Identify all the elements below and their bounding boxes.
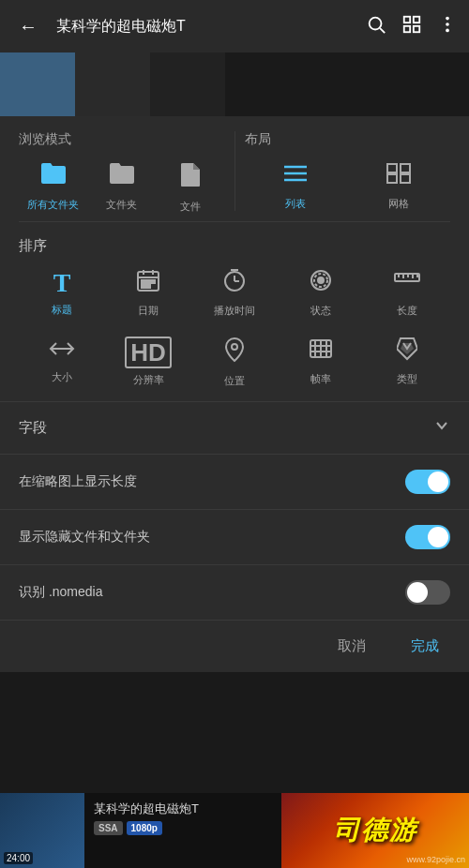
badge-ssa: SSA bbox=[94, 821, 123, 835]
browse-layout-section: 浏览模式 所有文件夹 文件夹 bbox=[19, 116, 450, 222]
more-icon[interactable] bbox=[437, 14, 458, 39]
browse-folder[interactable]: 文件夹 bbox=[94, 161, 150, 214]
svg-point-7 bbox=[446, 22, 449, 26]
sort-resolution[interactable]: HD 分辨率 bbox=[105, 331, 191, 394]
sort-title[interactable]: T 标题 bbox=[19, 262, 105, 323]
browse-folder-label: 文件夹 bbox=[106, 198, 137, 212]
layout-grid-label: 网格 bbox=[388, 197, 409, 211]
search-icon[interactable] bbox=[366, 14, 386, 39]
sort-section: 排序 T 标题 bbox=[0, 222, 469, 402]
fields-section[interactable]: 字段 bbox=[0, 402, 469, 455]
browse-file[interactable]: 文件 bbox=[162, 161, 219, 214]
sort-type[interactable]: 类型 bbox=[364, 331, 450, 394]
thumbnail-strip bbox=[0, 52, 469, 116]
fields-label: 字段 bbox=[19, 419, 47, 437]
sort-length[interactable]: 长度 bbox=[364, 262, 450, 323]
sort-type-label: 类型 bbox=[397, 372, 417, 386]
svg-point-30 bbox=[317, 277, 325, 284]
sort-date[interactable]: 日期 bbox=[105, 262, 191, 323]
top-bar-actions bbox=[366, 14, 458, 39]
cancel-button[interactable]: 取消 bbox=[326, 632, 377, 661]
sort-framerate[interactable]: 帧率 bbox=[278, 331, 364, 394]
sort-size-label: 大小 bbox=[52, 370, 72, 384]
sort-location-icon bbox=[224, 337, 245, 369]
sort-size-icon bbox=[49, 337, 75, 366]
sort-resolution-icon: HD bbox=[125, 337, 172, 368]
toggle-show-duration[interactable] bbox=[405, 470, 450, 494]
sort-type-icon bbox=[397, 337, 417, 367]
svg-rect-24 bbox=[146, 285, 150, 288]
sort-label: 排序 bbox=[19, 237, 450, 255]
thumb-item[interactable] bbox=[375, 52, 450, 116]
svg-rect-12 bbox=[387, 164, 397, 172]
sort-duration-label: 播放时间 bbox=[214, 304, 255, 318]
video-duration: 24:00 bbox=[4, 852, 33, 864]
svg-point-8 bbox=[446, 28, 449, 32]
toggle-show-hidden-label: 显示隐藏文件和文件夹 bbox=[19, 529, 150, 546]
sort-length-icon bbox=[394, 268, 420, 299]
svg-line-1 bbox=[380, 28, 385, 33]
browse-all-folders[interactable]: 所有文件夹 bbox=[25, 161, 82, 214]
folder-icon bbox=[108, 161, 136, 192]
toggle-knob bbox=[428, 527, 448, 547]
toggle-show-duration-label: 在缩略图上显示长度 bbox=[19, 473, 137, 490]
svg-point-39 bbox=[232, 344, 237, 350]
layout-grid[interactable]: 网格 bbox=[371, 161, 427, 211]
browse-mode-section: 浏览模式 所有文件夹 文件夹 bbox=[19, 131, 234, 214]
browse-mode-options: 所有文件夹 文件夹 bbox=[19, 161, 225, 214]
sort-status-label: 状态 bbox=[310, 304, 331, 318]
thumb-item[interactable] bbox=[75, 52, 150, 116]
video-badges: SSA 1080p bbox=[94, 821, 272, 835]
thumb-item[interactable] bbox=[225, 52, 300, 116]
sort-options: T 标题 bbox=[19, 262, 450, 394]
thumb-item[interactable] bbox=[150, 52, 225, 116]
thumb-item[interactable] bbox=[450, 52, 469, 116]
svg-point-0 bbox=[370, 17, 382, 29]
thumb-item[interactable] bbox=[0, 52, 75, 116]
done-button[interactable]: 完成 bbox=[400, 632, 450, 661]
toggle-nomedia-label: 识别 .nomedia bbox=[19, 584, 102, 601]
toggle-nomedia-row: 识别 .nomedia bbox=[0, 565, 469, 621]
bottom-thumbnail[interactable]: 24:00 bbox=[0, 793, 84, 868]
svg-rect-15 bbox=[401, 174, 410, 183]
toggle-show-hidden[interactable] bbox=[405, 525, 450, 549]
top-bar: ← 某科学的超电磁炮T bbox=[0, 0, 469, 52]
sort-date-label: 日期 bbox=[138, 304, 159, 318]
back-button[interactable]: ← bbox=[11, 9, 45, 43]
sort-title-label: 标题 bbox=[52, 303, 72, 317]
svg-rect-20 bbox=[142, 280, 145, 283]
all-folders-icon bbox=[39, 161, 68, 192]
toggle-knob bbox=[428, 471, 448, 492]
svg-rect-22 bbox=[151, 280, 155, 283]
layout-section: 布局 列表 bbox=[234, 131, 451, 211]
sort-status[interactable]: 状态 bbox=[278, 262, 364, 323]
sort-size[interactable]: 大小 bbox=[19, 331, 105, 394]
svg-point-6 bbox=[446, 16, 449, 20]
toggle-nomedia[interactable] bbox=[405, 580, 450, 605]
svg-rect-21 bbox=[146, 280, 150, 283]
toggle-show-hidden-row: 显示隐藏文件和文件夹 bbox=[0, 510, 469, 565]
sort-status-icon bbox=[309, 268, 333, 299]
thumb-item[interactable] bbox=[300, 52, 375, 116]
toggle-knob bbox=[407, 582, 428, 603]
layout-list-label: 列表 bbox=[285, 197, 306, 211]
chevron-down-icon bbox=[433, 417, 450, 439]
sort-duration[interactable]: 播放时间 bbox=[191, 262, 278, 323]
svg-rect-13 bbox=[401, 164, 410, 172]
svg-rect-3 bbox=[414, 16, 419, 22]
sort-framerate-label: 帧率 bbox=[310, 372, 331, 386]
svg-rect-2 bbox=[404, 16, 410, 22]
browse-file-label: 文件 bbox=[180, 200, 201, 214]
bottom-bar: 24:00 某科学的超电磁炮T SSA 1080p 司德游 www.92poji… bbox=[0, 793, 469, 868]
video-title: 某科学的超电磁炮T bbox=[94, 801, 272, 817]
layout-label: 布局 bbox=[245, 131, 451, 148]
layout-icon[interactable] bbox=[401, 14, 422, 39]
list-icon bbox=[282, 161, 309, 191]
sort-location[interactable]: 位置 bbox=[191, 331, 278, 394]
bottom-right-panel: 司德游 www.92pojie.cn bbox=[281, 793, 469, 868]
svg-rect-14 bbox=[387, 174, 397, 183]
sort-resolution-label: 分辨率 bbox=[133, 373, 164, 387]
layout-list[interactable]: 列表 bbox=[267, 161, 324, 211]
grid-icon bbox=[386, 161, 412, 191]
svg-rect-5 bbox=[414, 25, 419, 31]
